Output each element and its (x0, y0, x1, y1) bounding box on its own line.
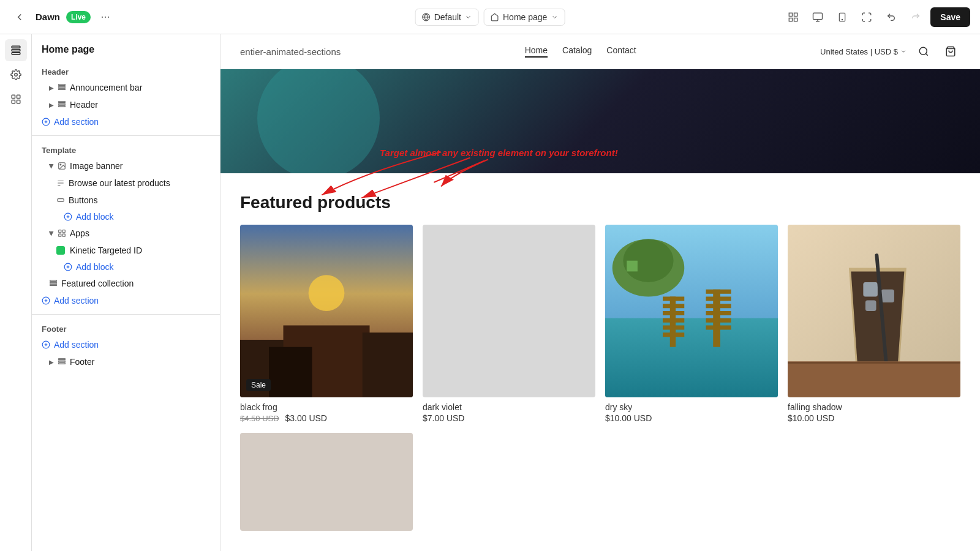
browse-products-item[interactable]: Browse our latest products (32, 174, 220, 192)
svg-rect-66 (663, 304, 684, 308)
svg-rect-58 (363, 332, 413, 397)
product-price-2: $7.00 USD (423, 413, 595, 423)
svg-rect-34 (59, 234, 61, 236)
svg-rect-6 (813, 13, 823, 20)
product-img-placeholder-5 (240, 433, 413, 531)
template-section-label: Template (32, 141, 220, 157)
image-banner-item[interactable]: ▶ Image banner (32, 157, 220, 174)
nav-contact[interactable]: Contact (606, 45, 636, 58)
svg-rect-50 (59, 363, 66, 364)
svg-rect-20 (59, 102, 66, 103)
bottom-grid (240, 433, 960, 531)
sale-badge-1: Sale (246, 379, 271, 391)
undo-btn[interactable] (881, 7, 901, 27)
svg-rect-13 (12, 95, 15, 98)
svg-rect-11 (12, 53, 20, 54)
footer-add-section-btn[interactable]: Add section (32, 336, 220, 353)
divider1 (32, 135, 220, 136)
store-nav-right: United States | USD $ (820, 42, 960, 61)
settings-icon-btn[interactable] (5, 64, 27, 86)
product-img-1: Sale (240, 225, 413, 397)
svg-rect-74 (706, 304, 731, 308)
chevron-open-icon-2: ▶ (48, 231, 55, 236)
svg-rect-75 (706, 311, 731, 315)
topbar: Dawn Live ··· Default Home page (0, 0, 980, 34)
product-card-1[interactable]: Sale black frog $4.50 USD $3.00 USD (240, 225, 413, 423)
product-name-2: dark violet (423, 402, 595, 412)
footer-item[interactable]: ▶ Footer (32, 353, 220, 370)
svg-rect-84 (788, 361, 960, 397)
apps-item[interactable]: ▶ Apps (32, 225, 220, 242)
footer-icon (58, 358, 66, 366)
kinetic-item[interactable]: Kinetic Targeted ID (32, 242, 220, 259)
sale-price-1: $3.00 USD (285, 413, 326, 423)
svg-point-51 (919, 47, 927, 54)
region-selector[interactable]: United States | USD $ (820, 47, 907, 56)
buttons-label: Buttons (69, 195, 97, 205)
theme-selector[interactable]: Default (415, 9, 479, 26)
svg-rect-68 (663, 318, 684, 323)
product-img-5 (240, 433, 413, 531)
kinetic-badge-icon (56, 246, 65, 255)
product-img-svg-3 (605, 225, 778, 397)
featured-section: Featured products (221, 173, 980, 423)
svg-rect-3 (794, 13, 797, 16)
fullscreen-btn[interactable] (857, 7, 876, 27)
svg-rect-5 (794, 18, 797, 21)
page-selector[interactable]: Home page (484, 9, 565, 26)
svg-rect-39 (50, 280, 57, 282)
hero-banner (221, 69, 980, 173)
nav-home[interactable]: Home (525, 45, 548, 58)
product-img-3 (605, 225, 778, 397)
mobile-view-btn[interactable] (832, 7, 852, 27)
nav-catalog[interactable]: Catalog (562, 45, 592, 58)
products-grid: Sale black frog $4.50 USD $3.00 USD (240, 225, 960, 423)
svg-rect-40 (50, 282, 57, 283)
image-banner-add-block-btn[interactable]: Add block (32, 209, 220, 225)
featured-title: Featured products (240, 193, 960, 212)
chevron-icon: ▶ (49, 102, 54, 108)
footer-section-label: Footer (32, 320, 220, 336)
more-button[interactable]: ··· (97, 9, 114, 26)
template-add-section-btn[interactable]: Add section (32, 292, 220, 309)
header-add-section-btn[interactable]: Add section (32, 113, 220, 130)
image-banner-label: Image banner (70, 161, 123, 171)
save-button[interactable]: Save (930, 7, 970, 27)
featured-collection-item[interactable]: Featured collection (32, 275, 220, 292)
cart-btn[interactable] (941, 42, 960, 61)
sections-icon-btn[interactable] (5, 39, 27, 61)
announcement-bar-item[interactable]: ▶ Announcement bar (32, 79, 220, 96)
svg-rect-77 (706, 326, 731, 330)
region-label: United States | USD $ (820, 47, 898, 56)
product-card-5[interactable] (240, 433, 413, 531)
kinetic-label: Kinetic Targeted ID (70, 246, 142, 255)
product-card-2[interactable]: dark violet $7.00 USD (423, 225, 595, 423)
header-label: Header (70, 100, 98, 110)
svg-line-52 (925, 53, 927, 55)
product-card-4[interactable]: falling shadow $10.00 USD (788, 225, 960, 423)
svg-rect-18 (59, 86, 66, 88)
announcement-bar-icon (58, 83, 66, 92)
footer-add-section-label: Add section (54, 340, 99, 350)
search-btn[interactable] (914, 42, 933, 61)
product-price-3: $10.00 USD (605, 413, 778, 423)
desktop-view-btn[interactable] (808, 7, 827, 27)
chevron-open-icon: ▶ (48, 163, 55, 168)
image-banner-icon (58, 162, 66, 170)
svg-point-12 (14, 73, 17, 77)
redo-btn[interactable] (906, 7, 925, 27)
customize-icon-btn[interactable] (783, 7, 803, 27)
apps-add-block-btn[interactable]: Add block (32, 259, 220, 275)
svg-rect-73 (706, 297, 731, 301)
svg-rect-2 (790, 13, 793, 16)
svg-rect-19 (59, 89, 66, 90)
apps-icon-btn[interactable] (5, 88, 27, 110)
buttons-item[interactable]: Buttons (32, 192, 220, 209)
svg-rect-81 (881, 290, 894, 302)
product-price-4: $10.00 USD (788, 413, 960, 423)
featured-collection-icon (49, 279, 58, 288)
header-item[interactable]: ▶ Header (32, 96, 220, 113)
back-button[interactable] (10, 7, 29, 27)
product-card-3[interactable]: dry sky $10.00 USD (605, 225, 778, 423)
preview-wrapper: entier-animated-sections Home Catalog Co… (221, 34, 980, 551)
